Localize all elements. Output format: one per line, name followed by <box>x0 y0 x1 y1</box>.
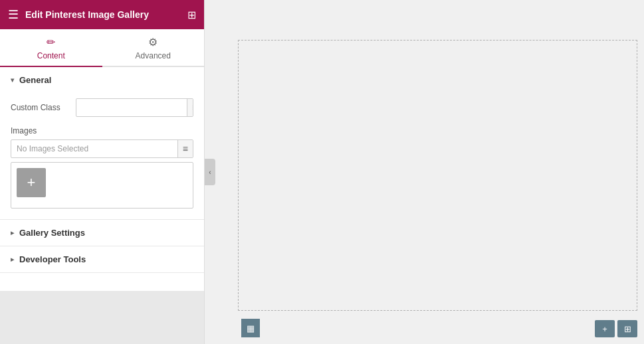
section-general-label: General <box>19 75 51 85</box>
layout-button[interactable]: ⊞ <box>617 320 637 337</box>
custom-class-lines-icon[interactable]: ≡ <box>187 99 193 116</box>
chevron-down-icon: ▾ <box>11 76 14 84</box>
menu-icon[interactable]: ☰ <box>8 7 19 22</box>
chevron-right-icon-gallery: ▸ <box>11 229 14 236</box>
tab-content-label: Content <box>37 51 65 60</box>
main-canvas: ▦ + ⊞ <box>205 0 644 344</box>
section-general-body: Custom Class ≡ Images No Images Selected… <box>0 93 204 219</box>
custom-class-label: Custom Class <box>11 103 70 112</box>
images-field: Images No Images Selected ≡ + <box>11 126 193 209</box>
section-developer-tools-header[interactable]: ▸ Developer Tools <box>0 246 204 272</box>
images-preview-box: + <box>11 162 193 209</box>
images-label: Images <box>11 126 193 135</box>
tab-advanced-label: Advanced <box>136 51 171 60</box>
sidebar-content: ▾ General Custom Class ≡ Images No Image… <box>0 67 204 291</box>
sidebar-footer <box>0 291 204 344</box>
section-gallery-settings-label: Gallery Settings <box>19 228 85 238</box>
canvas-widget-icon[interactable]: ▦ <box>241 319 260 337</box>
tab-content[interactable]: ✏ Content <box>0 29 102 67</box>
gear-icon: ⚙ <box>148 36 158 48</box>
section-developer-tools: ▸ Developer Tools <box>0 246 204 273</box>
section-gallery-settings: ▸ Gallery Settings <box>0 220 204 246</box>
grid-icon[interactable]: ⊞ <box>187 9 196 21</box>
section-developer-tools-label: Developer Tools <box>19 254 86 264</box>
images-lines-icon[interactable]: ≡ <box>177 140 193 157</box>
custom-class-input-wrap: ≡ <box>76 98 193 117</box>
add-image-button[interactable]: + <box>17 168 46 197</box>
tab-advanced[interactable]: ⚙ Advanced <box>102 29 205 66</box>
add-section-button[interactable]: + <box>595 320 615 337</box>
section-gallery-settings-header[interactable]: ▸ Gallery Settings <box>0 220 204 246</box>
sidebar-header: ☰ Edit Pinterest Image Gallery ⊞ <box>0 0 204 29</box>
section-general: ▾ General Custom Class ≡ Images No Image… <box>0 67 204 220</box>
canvas-dashed-border <box>238 40 637 311</box>
bottom-bar: + ⊞ <box>595 320 637 337</box>
custom-class-input[interactable] <box>76 100 187 116</box>
custom-class-row: Custom Class ≡ <box>11 98 193 117</box>
images-input-row: No Images Selected ≡ <box>11 139 193 158</box>
page-title: Edit Pinterest Image Gallery <box>25 9 181 20</box>
pen-icon: ✏ <box>47 36 55 48</box>
sidebar: ☰ Edit Pinterest Image Gallery ⊞ ✏ Conte… <box>0 0 205 344</box>
section-general-header[interactable]: ▾ General <box>0 67 204 93</box>
images-no-selection-text: No Images Selected <box>11 141 177 157</box>
sidebar-collapse-button[interactable]: ‹ <box>205 159 215 185</box>
chevron-right-icon-dev: ▸ <box>11 256 14 263</box>
tabs: ✏ Content ⚙ Advanced <box>0 29 204 67</box>
